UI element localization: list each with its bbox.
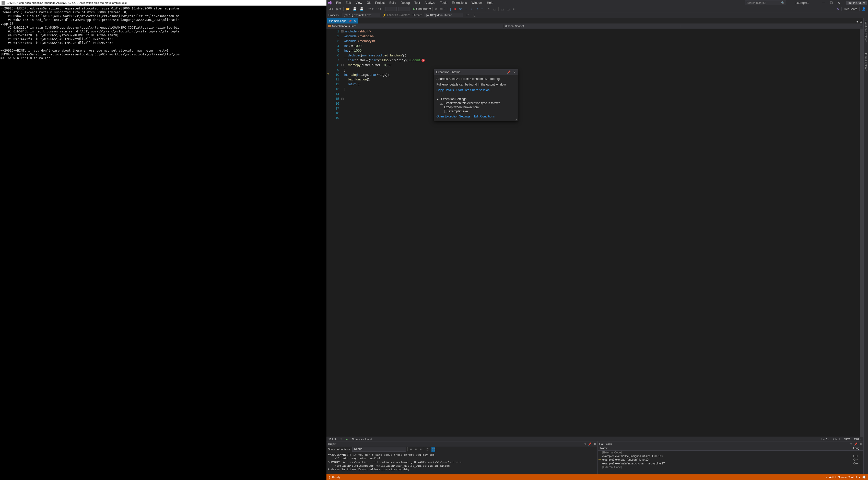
menu-help[interactable]: Help (485, 1, 495, 5)
pin-popup-icon[interactable]: 📌 (507, 70, 510, 74)
indent-indicator[interactable]: SPC (844, 438, 850, 441)
redo-button[interactable]: ↷ ▾ (376, 7, 382, 11)
console-titlebar[interactable]: C:\MSDN\cpp-docs-pr\docs\c-language\ASAN… (0, 0, 327, 6)
menu-tools[interactable]: Tools (438, 1, 449, 5)
liveshare-button[interactable]: Live Share (841, 7, 860, 11)
cs-dropdown-icon[interactable]: ▾ (850, 443, 852, 446)
tab-overflow-icon[interactable]: ▾ (857, 20, 858, 24)
output-btn-4[interactable]: ⬚ (426, 448, 430, 451)
code-editor[interactable]: ⇨ 12345678910111213141516171819 ⊟ ⊟ ⊟ #i… (327, 29, 863, 437)
pin-icon[interactable]: 📌 (348, 20, 351, 23)
panel-close-icon[interactable]: ✕ (594, 443, 596, 446)
cs-close-icon[interactable]: ✕ (860, 443, 862, 446)
save-button[interactable]: 💾 (352, 7, 358, 11)
callstack-row[interactable]: example1.exe!malloc(unsigned int size) L… (598, 454, 863, 458)
tb-misc-3[interactable]: ⬚ (500, 7, 504, 11)
tb-misc-1[interactable]: ↶ (487, 7, 491, 11)
editor-scrollbar[interactable] (860, 29, 863, 437)
minimize-button[interactable]: — (820, 0, 827, 6)
save-all-button[interactable]: 💾 (359, 7, 364, 11)
liveshare-icon[interactable]: ⟲ (836, 7, 840, 11)
config-dropdown[interactable] (385, 7, 397, 11)
team-explorer-tab[interactable]: Team Explorer (864, 51, 867, 72)
nav-scope-dropdown[interactable]: (Global Scope) (504, 25, 681, 28)
forward-button[interactable]: ▶ ▾ (336, 7, 342, 11)
search-input[interactable]: Search (Ctrl+Q) 🔍 (745, 1, 786, 5)
menu-view[interactable]: View (353, 1, 364, 5)
output-btn-5[interactable]: ⬚ (431, 447, 435, 452)
open-button[interactable]: 📂 (345, 7, 350, 11)
copy-details-link[interactable]: Copy Details (437, 88, 454, 92)
maximize-button[interactable]: ☐ (827, 0, 835, 6)
fold-column[interactable]: ⊟ ⊟ ⊟ (341, 29, 344, 437)
step-out-button[interactable]: ↑ (480, 7, 484, 11)
panel-pin-icon[interactable]: 📌 (588, 443, 592, 446)
tab-close-icon[interactable]: ✕ (353, 20, 356, 23)
callstack-body[interactable]: [External Code]example1.exe!malloc(unsig… (598, 451, 863, 474)
col-name[interactable]: Name (598, 447, 853, 450)
continue-button[interactable]: ▶ Continue ▾ (413, 7, 431, 11)
menu-extensions[interactable]: Extensions (450, 1, 469, 5)
tb-misc-5[interactable]: ≡ (512, 7, 515, 11)
back-button[interactable]: ◀ ▾ (328, 7, 334, 11)
next-stmt-button[interactable]: → (464, 7, 469, 11)
menu-debug[interactable]: Debug (399, 1, 412, 5)
thread-dropdown[interactable]: [46012] Main Thread (425, 13, 463, 17)
edit-conditions-link[interactable]: Edit Conditions (474, 115, 495, 118)
menu-test[interactable]: Test (412, 1, 422, 5)
step-into-button[interactable]: ↓ (470, 7, 473, 11)
source-control-caret[interactable]: ▴ (859, 476, 860, 479)
breakpoint-margin[interactable]: ⇨ (327, 29, 332, 437)
menu-file[interactable]: File (334, 1, 343, 5)
console-output[interactable]: ==20916==ERROR: AddressSanitizer: reques… (0, 6, 327, 480)
undo-button[interactable]: ↶ ▾ (368, 7, 374, 11)
vs-titlebar[interactable]: FileEditViewGitProjectBuildDebugTestAnal… (327, 0, 868, 6)
menu-project[interactable]: Project (373, 1, 387, 5)
except-item-checkbox[interactable]: example1.exe (437, 109, 515, 114)
resize-grip-icon[interactable]: ◢ (515, 118, 517, 121)
issues-text[interactable]: No issues found (352, 438, 372, 441)
stackframe-button[interactable]: 🏳 (465, 13, 470, 17)
step-over-button[interactable]: ↷ (475, 7, 479, 11)
char-indicator[interactable]: Ch: 1 (833, 438, 840, 441)
feedback-button[interactable]: 👤 (861, 7, 866, 11)
tab-settings-icon[interactable]: ⚙ (860, 20, 862, 24)
pause-button[interactable]: ‖ (449, 7, 452, 11)
restart-button[interactable]: ⟳ (459, 7, 463, 11)
code-content[interactable]: #include <stdio.h>#include <malloc.h>#in… (344, 29, 860, 437)
output-btn-2[interactable]: ≡ (414, 448, 417, 451)
publish-icon[interactable]: ↑ (826, 476, 827, 479)
nav-project-dropdown[interactable]: Miscellaneous Files (327, 25, 504, 28)
platform-dropdown[interactable] (398, 7, 409, 11)
stop-button[interactable]: ■ (454, 7, 457, 11)
tb-misc-2[interactable]: ⬚ (493, 7, 497, 11)
encoding-indicator[interactable]: CRLF (854, 438, 861, 441)
open-exception-settings-link[interactable]: Open Exception Settings (437, 115, 470, 118)
tb-misc-4[interactable]: ⬚ (506, 7, 510, 11)
nav-add-button[interactable]: + (858, 25, 863, 28)
callstack-row[interactable]: example1.exe!main(int argc, char * * arg… (598, 461, 863, 465)
col-lang[interactable]: Lang (853, 447, 863, 450)
step-button-2[interactable]: ⧉ ▾ (440, 7, 445, 11)
callstack-row[interactable]: ⇨example1.exe!bad_function() Line 10C++ (598, 458, 863, 461)
lifecycle-events[interactable]: ⚡ Lifecycle Events ▾ (383, 13, 410, 17)
exception-settings-toggle[interactable]: Exception Settings (437, 97, 515, 101)
cs-pin-icon[interactable]: 📌 (854, 443, 858, 446)
process-dropdown[interactable]: [20916] example1.exe (342, 13, 380, 17)
close-popup-icon[interactable]: ✕ (513, 70, 516, 74)
source-control-button[interactable]: Add to Source Control (829, 476, 857, 479)
output-text[interactable]: ==20916==HINT: if you don't care about t… (327, 452, 597, 474)
line-indicator[interactable]: Ln: 19 (822, 438, 830, 441)
stackframe-button-2[interactable]: ⬚ (472, 13, 477, 17)
close-button[interactable]: ✕ (835, 0, 843, 6)
break-when-checkbox[interactable]: Break when this exception type is thrown (437, 101, 515, 105)
menu-edit[interactable]: Edit (344, 1, 353, 5)
output-btn-1[interactable]: ≡ (409, 448, 412, 451)
callstack-row[interactable]: [External Code] (598, 465, 863, 469)
solution-explorer-tab[interactable]: Solution Explorer (864, 19, 867, 43)
show-output-dropdown[interactable]: Debug (352, 447, 406, 452)
menu-build[interactable]: Build (387, 1, 398, 5)
panel-dropdown-icon[interactable]: ▾ (585, 443, 586, 446)
notification-icon[interactable]: 💬 (862, 475, 866, 479)
exception-popup-header[interactable]: Exception Thrown 📌 ✕ (434, 69, 518, 75)
